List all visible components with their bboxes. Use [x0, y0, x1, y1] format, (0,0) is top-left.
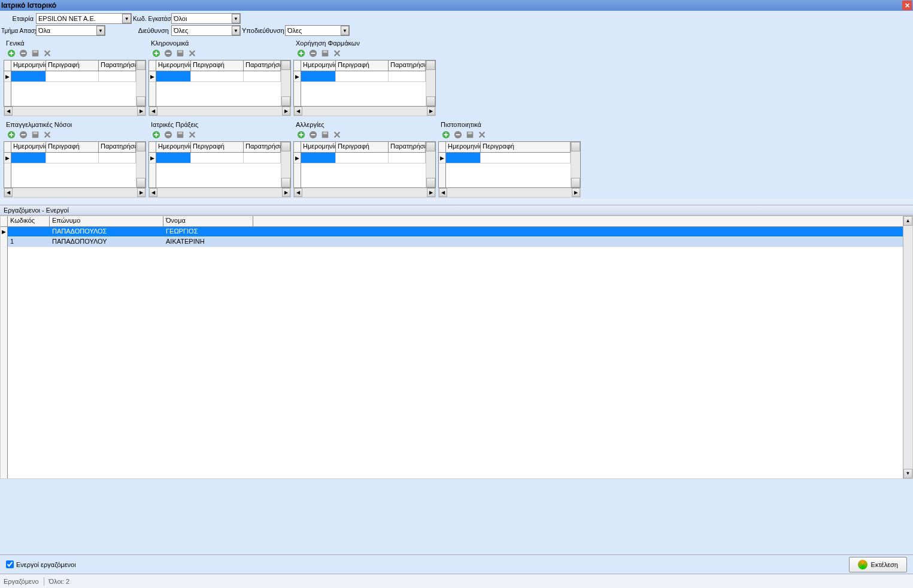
canc-icon[interactable] — [187, 48, 198, 59]
col-header[interactable]: Ημερομηνία — [446, 142, 481, 152]
vertical-scrollbar[interactable] — [136, 142, 145, 187]
save-icon[interactable] — [175, 129, 186, 140]
canc-icon[interactable] — [42, 48, 53, 59]
col-header[interactable]: Περιγραφή — [336, 142, 389, 152]
del-icon[interactable] — [163, 129, 174, 140]
horizontal-scrollbar[interactable]: ◀▶ — [148, 107, 291, 116]
canc-icon[interactable] — [332, 129, 342, 140]
table-row[interactable] — [301, 71, 426, 82]
dept-input[interactable] — [37, 26, 96, 35]
col-header[interactable]: Ημερομηνία — [11, 60, 46, 71]
dept-combo[interactable]: ▼ — [36, 25, 105, 36]
vertical-scrollbar[interactable] — [903, 216, 912, 478]
employees-grid[interactable]: ▶ Κωδικός Επώνυμο Όνομα ΠΑΠΑΔΟΠΟΥΛΟΣΓΕΩΡ… — [0, 216, 913, 479]
vertical-scrollbar[interactable] — [136, 60, 145, 106]
vertical-scrollbar[interactable] — [426, 142, 435, 187]
horizontal-scrollbar[interactable]: ◀▶ — [293, 107, 436, 116]
col-header[interactable]: Ημερομηνία — [301, 142, 336, 152]
col-header[interactable]: Παρατηρήσε — [99, 60, 136, 71]
save-icon[interactable] — [465, 129, 475, 140]
active-employees-checkbox[interactable]: Ενεργοί εργαζόμενοι — [6, 560, 76, 568]
canc-icon[interactable] — [187, 129, 198, 140]
install-combo[interactable]: ▼ — [171, 13, 241, 24]
panel-grid[interactable]: ▶ΗμερομηνίαΠεριγραφή — [438, 141, 581, 188]
table-row[interactable] — [301, 153, 426, 163]
horizontal-scrollbar[interactable]: ◀▶ — [4, 107, 146, 116]
col-header[interactable]: Παρατηρήσε — [389, 60, 426, 71]
horizontal-scrollbar[interactable]: ◀▶ — [438, 188, 581, 198]
vertical-scrollbar[interactable] — [281, 142, 290, 187]
add-icon[interactable] — [151, 48, 162, 59]
canc-icon[interactable] — [332, 48, 342, 59]
save-icon[interactable] — [30, 129, 41, 140]
col-header[interactable]: Ημερομηνία — [156, 142, 191, 152]
chevron-down-icon[interactable]: ▼ — [232, 26, 240, 35]
panel-grid[interactable]: ▶ΗμερομηνίαΠεριγραφήΠαρατηρήσε — [4, 141, 146, 188]
add-icon[interactable] — [296, 48, 307, 59]
col-header[interactable]: Ημερομηνία — [11, 142, 46, 152]
chevron-down-icon[interactable]: ▼ — [122, 14, 131, 23]
panel-grid[interactable]: ▶ΗμερομηνίαΠεριγραφήΠαρατηρήσε — [293, 141, 436, 188]
col-surname[interactable]: Επώνυμο — [50, 216, 163, 226]
col-header[interactable]: Παρατηρήσε — [99, 142, 136, 152]
panel-grid[interactable]: ▶ΗμερομηνίαΠεριγραφήΠαρατηρήσε — [293, 60, 436, 107]
add-icon[interactable] — [6, 129, 17, 140]
panel-grid[interactable]: ▶ΗμερομηνίαΠεριγραφήΠαρατηρήσε — [148, 60, 291, 107]
table-row[interactable] — [11, 71, 136, 82]
save-icon[interactable] — [30, 48, 41, 59]
del-icon[interactable] — [308, 48, 319, 59]
chevron-down-icon[interactable]: ▼ — [96, 26, 105, 35]
vertical-scrollbar[interactable] — [281, 60, 290, 106]
dir-input[interactable] — [172, 26, 232, 35]
col-header[interactable]: Περιγραφή — [191, 60, 244, 71]
employee-row[interactable]: ΠΑΠΑΔΟΠΟΥΛΟΣΓΕΩΡΓΙΟΣ — [8, 227, 903, 237]
table-row[interactable] — [11, 153, 136, 163]
add-icon[interactable] — [441, 129, 451, 140]
subdir-combo[interactable]: ▼ — [285, 25, 350, 36]
chevron-down-icon[interactable]: ▼ — [341, 26, 349, 35]
execute-button[interactable]: Εκτέλεση — [849, 557, 907, 572]
dir-combo[interactable]: ▼ — [171, 25, 241, 36]
chevron-down-icon[interactable]: ▼ — [232, 14, 240, 23]
canc-icon[interactable] — [42, 129, 53, 140]
del-icon[interactable] — [308, 129, 319, 140]
horizontal-scrollbar[interactable]: ◀▶ — [293, 188, 436, 198]
del-icon[interactable] — [18, 129, 29, 140]
col-header[interactable]: Ημερομηνία — [156, 60, 191, 71]
col-header[interactable]: Περιγραφή — [191, 142, 244, 152]
del-icon[interactable] — [453, 129, 463, 140]
table-row[interactable] — [156, 153, 281, 163]
col-header[interactable]: Παρατηρήσε — [244, 142, 281, 152]
active-checkbox-input[interactable] — [6, 560, 14, 568]
panel-grid[interactable]: ▶ΗμερομηνίαΠεριγραφήΠαρατηρήσε — [148, 141, 291, 188]
save-icon[interactable] — [320, 48, 330, 59]
del-icon[interactable] — [18, 48, 29, 59]
canc-icon[interactable] — [477, 129, 487, 140]
close-button[interactable]: ✕ — [902, 1, 912, 10]
table-row[interactable] — [446, 153, 571, 163]
subdir-input[interactable] — [286, 26, 341, 35]
add-icon[interactable] — [6, 48, 17, 59]
col-header[interactable]: Περιγραφή — [336, 60, 389, 71]
install-input[interactable] — [172, 14, 232, 23]
col-header[interactable]: Ημερομηνία — [301, 60, 336, 71]
horizontal-scrollbar[interactable]: ◀▶ — [148, 188, 291, 198]
save-icon[interactable] — [320, 129, 330, 140]
company-input[interactable] — [37, 14, 122, 23]
del-icon[interactable] — [163, 48, 174, 59]
col-header[interactable]: Περιγραφή — [46, 142, 99, 152]
add-icon[interactable] — [296, 129, 307, 140]
horizontal-scrollbar[interactable]: ◀▶ — [4, 188, 146, 198]
add-icon[interactable] — [151, 129, 162, 140]
col-header[interactable]: Περιγραφή — [481, 142, 571, 152]
col-name[interactable]: Όνομα — [163, 216, 253, 226]
vertical-scrollbar[interactable] — [426, 60, 435, 106]
col-code[interactable]: Κωδικός — [8, 216, 50, 226]
col-header[interactable]: Παρατηρήσε — [389, 142, 426, 152]
panel-grid[interactable]: ▶ΗμερομηνίαΠεριγραφήΠαρατηρήσε — [4, 60, 146, 107]
company-combo[interactable]: ▼ — [36, 13, 132, 24]
col-header[interactable]: Περιγραφή — [46, 60, 99, 71]
vertical-scrollbar[interactable] — [571, 142, 580, 187]
save-icon[interactable] — [175, 48, 186, 59]
table-row[interactable] — [156, 71, 281, 82]
